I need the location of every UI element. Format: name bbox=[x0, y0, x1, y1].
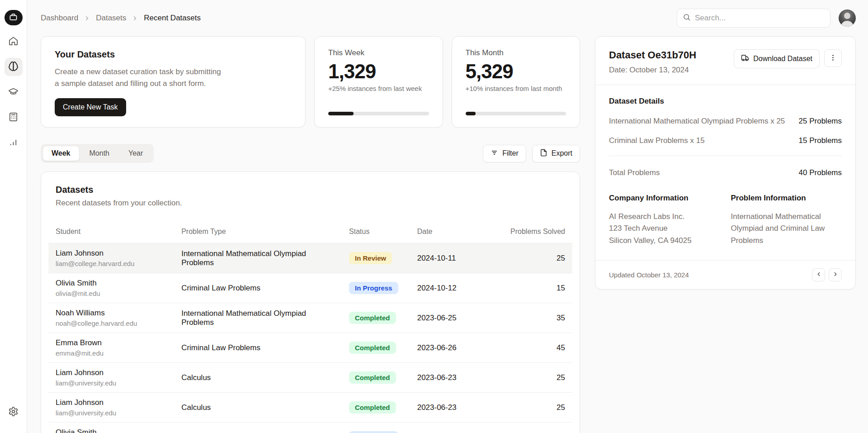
problem-information-text: International Mathematical Olympiad and … bbox=[731, 211, 842, 247]
breadcrumb-dashboard[interactable]: Dashboard bbox=[41, 14, 78, 23]
this-week-progress-track bbox=[328, 112, 429, 115]
topbar: Dashboard Datasets Recent Datasets bbox=[27, 0, 868, 36]
detail-label: International Mathematical Olympiad Prob… bbox=[609, 117, 785, 126]
this-month-progress-fill bbox=[466, 112, 476, 115]
tab-month[interactable]: Month bbox=[80, 146, 118, 161]
row-date: 2023-06-23 bbox=[410, 393, 483, 423]
tab-year[interactable]: Year bbox=[119, 146, 152, 161]
student-email: liam@college.harvard.edu bbox=[56, 260, 167, 267]
problems-solved: 15 bbox=[483, 273, 572, 303]
company-line: 123 Tech Avenue bbox=[609, 223, 720, 234]
dots-vertical-icon bbox=[829, 54, 837, 63]
col-status: Status bbox=[342, 223, 410, 243]
sidebar-item-datasets[interactable] bbox=[5, 58, 23, 76]
dataset-date: Date: October 13, 2024 bbox=[609, 66, 696, 75]
problem-information-title: Problem Information bbox=[731, 194, 842, 203]
search-input[interactable] bbox=[695, 14, 825, 23]
content: Your Datasets Create a new dataset curat… bbox=[27, 36, 868, 433]
table-row[interactable]: Noah Williamsnoah@college.harvard.edu In… bbox=[48, 303, 572, 333]
sidebar-item-analytics[interactable] bbox=[5, 134, 23, 152]
status-badge: Completed bbox=[349, 371, 396, 384]
search-box bbox=[677, 9, 830, 28]
this-month-delta: +10% instances from last month bbox=[466, 85, 566, 92]
prev-button[interactable] bbox=[812, 268, 825, 281]
problem-type: Criminal Law Problems bbox=[174, 333, 342, 363]
row-date: 2023-06-26 bbox=[410, 333, 483, 363]
status-badge: In Review bbox=[349, 252, 392, 264]
problems-solved: 15 bbox=[483, 423, 572, 433]
detail-label: Criminal Law Problems x 15 bbox=[609, 136, 705, 145]
problem-type: Criminal Law Problems bbox=[174, 273, 342, 303]
student-name: Liam Johnson bbox=[56, 249, 167, 258]
table-title: Datasets bbox=[56, 185, 565, 195]
breadcrumb-datasets[interactable]: Datasets bbox=[96, 14, 126, 23]
search-icon bbox=[683, 13, 691, 23]
more-options-button[interactable] bbox=[824, 49, 842, 67]
sidebar-item-settings[interactable] bbox=[5, 403, 23, 421]
this-week-card: This Week 1,329 +25% instances from last… bbox=[314, 36, 443, 128]
student-name: Liam Johnson bbox=[56, 368, 167, 377]
main-area: Dashboard Datasets Recent Datasets bbox=[27, 0, 868, 433]
brain-icon bbox=[8, 61, 19, 73]
table-row[interactable]: Liam Johnsonliam@university.edu Calculus… bbox=[48, 363, 572, 393]
sidebar-item-home[interactable] bbox=[5, 33, 23, 51]
breadcrumb-current: Recent Datasets bbox=[144, 14, 201, 23]
briefcase-icon bbox=[9, 13, 18, 23]
sidebar-item-education[interactable] bbox=[5, 83, 23, 101]
status-badge: In Progress bbox=[349, 282, 398, 294]
row-date: 2024-10-11 bbox=[410, 243, 483, 273]
status-badge: Completed bbox=[349, 312, 396, 324]
table-row[interactable]: Liam Johnsonliam@university.edu Calculus… bbox=[48, 393, 572, 423]
topbar-right bbox=[677, 9, 856, 28]
problems-solved: 25 bbox=[483, 243, 572, 273]
table-row[interactable]: Olivia Smitholivia@university.edu Algebr… bbox=[48, 423, 572, 433]
this-month-progress-track bbox=[466, 112, 566, 115]
student-email: liam@university.edu bbox=[56, 409, 167, 417]
home-icon bbox=[8, 36, 19, 48]
avatar[interactable] bbox=[839, 10, 856, 27]
download-dataset-button[interactable]: Download Dataset bbox=[734, 49, 820, 68]
this-week-delta: +25% instances from last week bbox=[328, 85, 429, 92]
status-badge: Completed bbox=[349, 342, 396, 354]
this-week-label: This Week bbox=[328, 48, 429, 57]
calculator-icon bbox=[8, 112, 19, 124]
toolbar-actions: Filter Export bbox=[483, 145, 580, 162]
info-grid: Company Information AI Research Labs Inc… bbox=[609, 194, 842, 260]
this-month-card: This Month 5,329 +10% instances from las… bbox=[452, 36, 580, 128]
your-datasets-title: Your Datasets bbox=[55, 49, 292, 60]
your-datasets-card: Your Datasets Create a new dataset curat… bbox=[41, 36, 306, 128]
dataset-details-title: Dataset Details bbox=[609, 97, 842, 106]
table-row[interactable]: Emma Brownemma@mit.edu Criminal Law Prob… bbox=[48, 333, 572, 363]
problems-solved: 25 bbox=[483, 363, 572, 393]
sidebar-item-calculator[interactable] bbox=[5, 109, 23, 127]
table-row[interactable]: Olivia Smitholivia@mit.edu Criminal Law … bbox=[48, 273, 572, 303]
col-date: Date bbox=[410, 223, 483, 243]
row-date: 2023-06-24 bbox=[410, 423, 483, 433]
truck-icon bbox=[741, 54, 749, 64]
col-student: Student bbox=[48, 223, 174, 243]
chevron-right-icon bbox=[84, 15, 90, 22]
detail-row: Criminal Law Problems x 15 15 Problems bbox=[609, 136, 842, 145]
panel-divider bbox=[609, 156, 842, 156]
problem-type: Calculus bbox=[174, 363, 342, 393]
student-email: emma@mit.edu bbox=[56, 349, 167, 357]
problem-type: International Mathematical Olympiad Prob… bbox=[174, 243, 342, 273]
app-logo[interactable] bbox=[5, 10, 23, 25]
table-toolbar: Week Month Year Filter bbox=[41, 144, 580, 163]
filter-icon bbox=[491, 149, 498, 158]
student-email: liam@university.edu bbox=[56, 379, 167, 387]
tab-week[interactable]: Week bbox=[42, 146, 80, 161]
create-new-task-button[interactable]: Create New Task bbox=[55, 98, 126, 116]
datasets-table: Student Problem Type Status Date Problem… bbox=[48, 223, 572, 433]
problem-information: Problem Information International Mathem… bbox=[731, 194, 842, 247]
filter-button[interactable]: Filter bbox=[483, 145, 526, 162]
export-button[interactable]: Export bbox=[532, 145, 580, 162]
problems-solved: 35 bbox=[483, 303, 572, 333]
table-row[interactable]: Liam Johnsonliam@college.harvard.edu Int… bbox=[48, 243, 572, 273]
detail-value: 25 Problems bbox=[799, 117, 842, 126]
gear-icon bbox=[8, 406, 19, 419]
company-line: AI Research Labs Inc. bbox=[609, 211, 720, 223]
panel-body: Dataset Details International Mathematic… bbox=[595, 85, 855, 260]
this-month-label: This Month bbox=[466, 48, 566, 57]
next-button[interactable] bbox=[829, 268, 842, 281]
